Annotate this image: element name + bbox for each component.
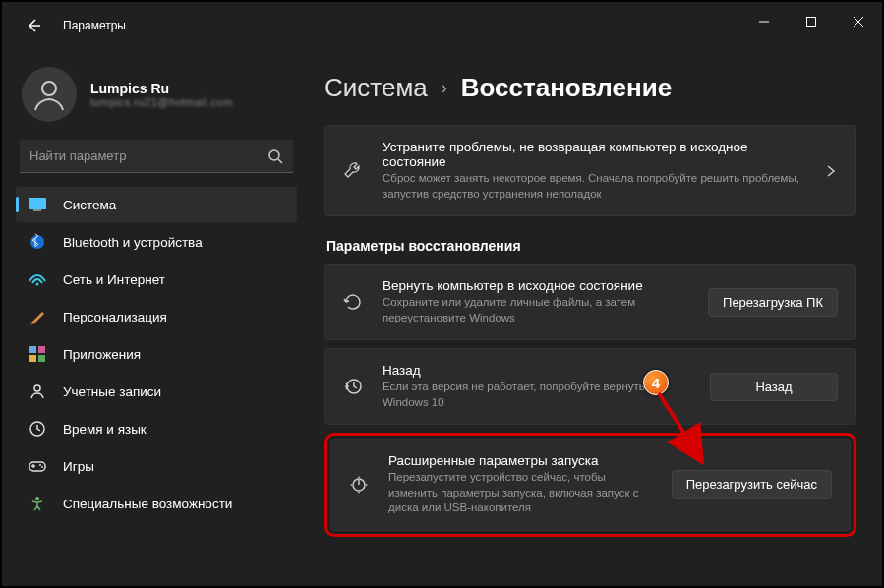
wrench-icon — [339, 160, 367, 182]
annotation-badge: 4 — [643, 370, 669, 395]
sidebar-item-accessibility[interactable]: Специальные возможности — [16, 486, 297, 521]
svg-rect-4 — [33, 209, 41, 211]
svg-rect-7 — [29, 346, 36, 353]
time-icon — [28, 419, 47, 439]
sidebar-item-apps[interactable]: Приложения — [16, 336, 297, 372]
go-back-button[interactable]: Назад — [710, 373, 838, 401]
annotation-highlight: Расширенные параметры запуска Перезапуст… — [324, 433, 856, 537]
sidebar-item-label: Сеть и Интернет — [63, 272, 165, 287]
svg-point-2 — [269, 150, 279, 160]
personalization-icon — [28, 307, 47, 326]
svg-rect-8 — [38, 346, 45, 353]
sidebar-item-bluetooth[interactable]: Bluetooth и устройства — [16, 224, 297, 260]
search-box[interactable] — [20, 140, 293, 173]
history-icon — [339, 376, 367, 397]
card-title: Устраните проблемы, не возвращая компьют… — [383, 140, 808, 169]
power-settings-icon — [345, 474, 373, 496]
minimize-button[interactable] — [740, 2, 788, 41]
sidebar-item-label: Игры — [63, 459, 94, 474]
reset-pc-card: Вернуть компьютер в исходное состояние С… — [324, 264, 856, 340]
window-title: Параметры — [63, 19, 126, 32]
main-content: Система › Восстановление Устраните пробл… — [303, 49, 882, 586]
card-desc: Сохраните или удалите личные файлы, а за… — [383, 295, 692, 325]
svg-point-1 — [42, 82, 56, 95]
sidebar-item-accounts[interactable]: Учетные записи — [16, 374, 297, 409]
sidebar-item-label: Bluetooth и устройства — [63, 235, 203, 250]
chevron-right-icon: › — [442, 78, 447, 98]
apps-icon — [28, 344, 47, 364]
profile-block[interactable]: Lumpics Ru lumpics.ru21@hotmail.com — [16, 63, 297, 140]
svg-point-14 — [39, 464, 41, 466]
sidebar-item-label: Учетные записи — [63, 384, 161, 399]
go-back-card: Назад Если эта версия не работает, попро… — [324, 348, 856, 425]
sidebar-nav: Система Bluetooth и устройства Сеть и Ин… — [16, 187, 297, 521]
bluetooth-icon — [28, 232, 47, 252]
sidebar-item-label: Время и язык — [63, 422, 147, 437]
person-icon — [29, 75, 69, 114]
svg-rect-3 — [29, 198, 46, 209]
card-title: Вернуть компьютер в исходное состояние — [383, 278, 692, 293]
svg-point-6 — [36, 283, 39, 286]
accessibility-icon — [28, 494, 47, 513]
troubleshoot-card[interactable]: Устраните проблемы, не возвращая компьют… — [324, 125, 856, 216]
svg-rect-10 — [38, 355, 45, 362]
profile-name: Lumpics Ru — [90, 81, 233, 96]
system-icon — [28, 195, 47, 214]
maximize-button[interactable] — [788, 2, 835, 41]
back-button[interactable] — [22, 14, 45, 37]
sidebar: Lumpics Ru lumpics.ru21@hotmail.com Сист… — [2, 49, 303, 586]
search-icon — [267, 148, 283, 164]
chevron-right-icon — [824, 164, 838, 178]
breadcrumb: Система › Восстановление — [324, 73, 856, 103]
profile-email: lumpics.ru21@hotmail.com — [90, 96, 233, 108]
sidebar-item-gaming[interactable]: Игры — [16, 448, 297, 484]
sidebar-item-time[interactable]: Время и язык — [16, 411, 297, 446]
sidebar-item-label: Приложения — [63, 347, 141, 362]
breadcrumb-current: Восстановление — [461, 73, 672, 103]
network-icon — [28, 269, 47, 289]
sidebar-item-system[interactable]: Система — [16, 187, 297, 222]
svg-rect-9 — [29, 355, 36, 362]
svg-point-16 — [35, 497, 39, 500]
sidebar-item-label: Персонализация — [63, 310, 167, 324]
titlebar: Параметры — [2, 2, 882, 49]
breadcrumb-parent[interactable]: Система — [324, 73, 428, 103]
reset-pc-button[interactable]: Перезагрузка ПК — [708, 288, 838, 317]
sidebar-item-label: Специальные возможности — [63, 497, 232, 511]
sidebar-item-network[interactable]: Сеть и Интернет — [16, 262, 297, 297]
card-desc: Сброс может занять некоторое время. Снач… — [383, 171, 808, 202]
svg-rect-0 — [807, 18, 816, 27]
reset-icon — [339, 291, 367, 313]
card-desc: Перезапустите устройство сейчас, чтобы и… — [388, 470, 656, 516]
sidebar-item-label: Система — [63, 198, 116, 212]
svg-point-11 — [34, 385, 40, 391]
arrow-left-icon — [26, 18, 41, 33]
restart-now-button[interactable]: Перезагрузить сейчас — [672, 470, 832, 499]
svg-point-15 — [41, 466, 43, 468]
accounts-icon — [28, 382, 47, 401]
search-input[interactable] — [29, 148, 267, 163]
card-title: Расширенные параметры запуска — [388, 453, 656, 468]
gaming-icon — [28, 456, 47, 476]
svg-point-5 — [30, 235, 44, 249]
close-button[interactable] — [835, 2, 882, 41]
sidebar-item-personalization[interactable]: Персонализация — [16, 299, 297, 334]
section-heading: Параметры восстановления — [326, 238, 856, 254]
avatar — [22, 67, 77, 122]
advanced-startup-card: Расширенные параметры запуска Перезапуст… — [330, 439, 851, 531]
